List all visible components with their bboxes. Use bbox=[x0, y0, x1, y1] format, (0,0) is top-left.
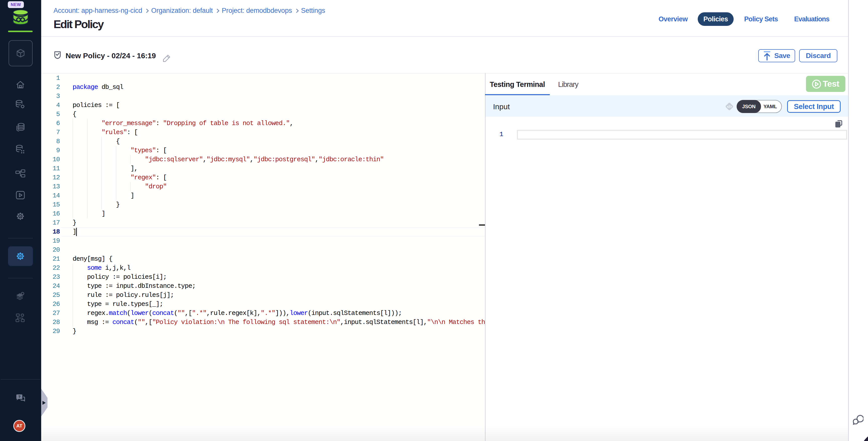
svg-text:?: ? bbox=[18, 395, 20, 399]
svg-text:</>: </> bbox=[727, 105, 732, 109]
